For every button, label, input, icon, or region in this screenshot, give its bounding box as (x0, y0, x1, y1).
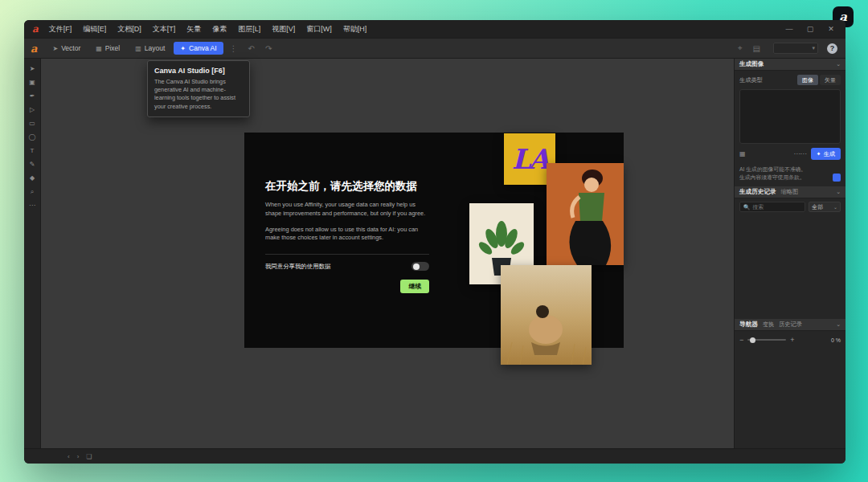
menu-view[interactable]: 视图[V] (266, 20, 301, 38)
navigator-body: − + 0 % (735, 331, 845, 448)
note-line-1: AI 生成的图像可能不准确。 (739, 165, 829, 174)
tool-ellipse-icon[interactable]: ◯ (29, 134, 36, 141)
history-filter-select[interactable]: 全部 ⌄ (809, 202, 841, 212)
tool-pen-icon[interactable]: ✒ (30, 93, 35, 100)
affinity-toolbar-logo-icon: a (31, 43, 37, 55)
tab-transform[interactable]: 变换 (763, 321, 774, 329)
menu-window[interactable]: 窗口[W] (301, 20, 338, 38)
navigator-section-header: 导航器 变换 历史记录 ⌄ (735, 319, 845, 331)
type-image-button[interactable]: 图像 (797, 75, 818, 85)
generate-type-row: 生成类型 图像 矢量 (739, 75, 841, 85)
field-photo-image (501, 265, 592, 365)
help-icon[interactable]: ? (827, 43, 837, 54)
artboards-icon[interactable]: ❏ (86, 453, 92, 460)
note-line-2: 生成内容须遵守使用条款。 (739, 174, 829, 182)
menu-pixel[interactable]: 像素 (207, 20, 232, 38)
persona-vector-button[interactable]: ➤ Vector (46, 42, 87, 55)
tool-fill-icon[interactable]: ◆ (30, 175, 35, 182)
generate-note: AI 生成的图像可能不准确。 生成内容须遵守使用条款。 (735, 165, 845, 186)
chevron-down-icon[interactable]: ⌄ (836, 189, 841, 195)
more-options-icon[interactable]: ⋮ (226, 44, 242, 53)
persona-layout-label: Layout (145, 44, 166, 52)
pixel-grid-icon: ▦ (96, 45, 102, 52)
persona-vector-label: Vector (61, 44, 80, 52)
canvas[interactable]: Canva AI Studio [F6] The Canva AI Studio… (41, 59, 734, 448)
sparkle-icon: ✦ (180, 45, 186, 52)
maximize-icon[interactable]: ▢ (805, 25, 815, 33)
tab-history[interactable]: 历史记录 (779, 321, 802, 329)
menu-vector[interactable]: 矢量 (181, 20, 207, 38)
redo-icon[interactable]: ↷ (261, 44, 276, 53)
tools-panel: ➤ ▣ ✒ ▷ ▭ ◯ T ✎ ◆ ⌕ ⋯ (24, 59, 41, 448)
generate-type-label: 生成类型 (739, 76, 763, 84)
next-artboard-icon[interactable]: › (77, 453, 80, 460)
generate-type-segment: 图像 矢量 (797, 75, 841, 85)
preferences-icon[interactable]: ▤ (749, 44, 764, 53)
history-view-label[interactable]: 缩略图 (781, 188, 799, 196)
generate-button[interactable]: ✦ 生成 (811, 148, 841, 160)
close-icon[interactable]: ✕ (826, 25, 836, 33)
type-vector-button[interactable]: 矢量 (820, 75, 841, 85)
add-image-icon[interactable]: ▦ (739, 150, 746, 157)
chevron-down-icon[interactable]: ⌄ (836, 61, 841, 67)
canva-ai-tooltip: Canva AI Studio [F6] The Canva AI Studio… (147, 60, 250, 117)
dialog-paragraph-1: When you use Affinity, your usage data c… (265, 201, 429, 218)
tool-rectangle-icon[interactable]: ▭ (29, 120, 35, 127)
persona-canva-ai-label: Canva AI (189, 44, 217, 52)
dialog-paragraph-2: Agreeing does not allow us to use this d… (265, 226, 429, 243)
continue-button[interactable]: 继续 (400, 280, 429, 293)
layout-pages-icon: ▥ (135, 45, 141, 52)
toolbar-dropdown[interactable]: ▾ (773, 43, 818, 54)
snapping-icon[interactable]: ⌖ (734, 43, 747, 53)
vector-cursor-icon: ➤ (52, 45, 58, 52)
menu-text[interactable]: 文本[T] (147, 20, 182, 38)
search-input[interactable] (752, 204, 801, 210)
minimize-icon[interactable]: — (784, 25, 794, 33)
undo-icon[interactable]: ↶ (244, 44, 259, 53)
toggle-knob (413, 263, 420, 270)
artwork-field-photo (501, 265, 592, 365)
chevron-down-icon[interactable]: ⌄ (836, 321, 841, 328)
info-icon[interactable] (833, 174, 841, 182)
generate-more-icon[interactable]: ⋯⋯ (794, 150, 807, 157)
chevron-down-icon: ⌄ (833, 204, 837, 210)
generate-note-text: AI 生成的图像可能不准确。 生成内容须遵守使用条款。 (739, 165, 829, 182)
generate-section-body: 生成类型 图像 矢量 ▦ ⋯⋯ ✦ 生成 (735, 71, 845, 165)
zoom-slider-knob[interactable] (750, 337, 755, 343)
generate-header-label: 生成图像 (739, 60, 764, 68)
tools-more-icon[interactable]: ⋯ (29, 202, 35, 209)
history-section-header[interactable]: 生成历史记录 缩略图 ⌄ (735, 186, 845, 198)
zoom-out-icon[interactable]: − (739, 336, 743, 344)
tool-zoom-icon[interactable]: ⌕ (31, 189, 34, 195)
prompt-textarea[interactable] (739, 89, 841, 144)
tool-text-icon[interactable]: T (31, 148, 35, 154)
zoom-in-icon[interactable]: + (790, 336, 794, 344)
generate-button-label: 生成 (824, 150, 835, 158)
studio-panel: 生成图像 ⌄ 生成类型 图像 矢量 ▦ ⋯⋯ ✦ 生成 (734, 59, 845, 448)
menu-edit[interactable]: 编辑[E] (77, 20, 112, 38)
menu-document[interactable]: 文档[D] (112, 20, 147, 38)
tool-move-icon[interactable]: ➤ (30, 66, 35, 72)
consent-label: 我同意分享我的使用数据 (265, 263, 330, 271)
chevron-down-icon: ▾ (812, 45, 815, 51)
prev-artboard-icon[interactable]: ‹ (68, 453, 70, 460)
tool-artboard-icon[interactable]: ▣ (29, 80, 35, 86)
tab-navigator[interactable]: 导航器 (739, 321, 758, 329)
zoom-slider[interactable] (747, 339, 786, 341)
tool-brush-icon[interactable]: ✎ (30, 161, 35, 168)
zoom-control-row: − + 0 % (739, 336, 841, 344)
persona-canva-ai-button[interactable]: ✦ Canva AI (174, 42, 223, 55)
tool-node-icon[interactable]: ▷ (30, 107, 35, 113)
persona-pixel-button[interactable]: ▦ Pixel (89, 42, 126, 55)
history-header-label: 生成历史记录 (739, 188, 776, 196)
generate-section-header[interactable]: 生成图像 ⌄ (735, 59, 845, 71)
consent-toggle[interactable] (411, 262, 429, 271)
main-area: ➤ ▣ ✒ ▷ ▭ ◯ T ✎ ◆ ⌕ ⋯ Canva AI Studio [F… (24, 59, 845, 448)
tooltip-body: The Canva AI Studio brings generative AI… (154, 78, 243, 111)
menu-help[interactable]: 帮助[H] (338, 20, 373, 38)
menu-layer[interactable]: 图层[L] (232, 20, 266, 38)
persona-layout-button[interactable]: ▥ Layout (129, 42, 171, 55)
persona-pixel-label: Pixel (105, 44, 120, 52)
menu-file[interactable]: 文件[F] (43, 20, 78, 38)
history-search-row: 🔍 全部 ⌄ (735, 198, 845, 215)
